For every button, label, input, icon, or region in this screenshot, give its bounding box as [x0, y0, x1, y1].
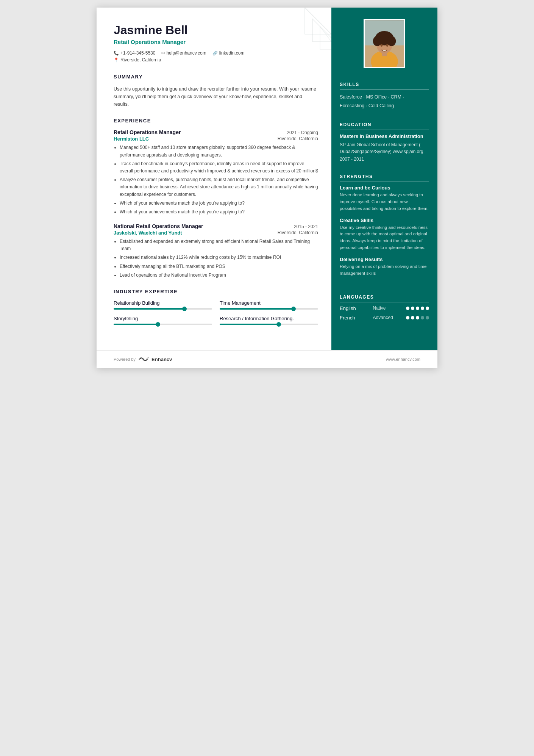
- svg-point-9: [387, 36, 396, 46]
- photo-placeholder: [365, 20, 404, 67]
- strength-desc-2: Relying on a mix of problem-solving and …: [340, 263, 429, 277]
- exp-company-2: Jaskolski, Waelchi and Yundt: [114, 230, 182, 236]
- education-title: EDUCATION: [340, 122, 429, 130]
- svg-point-11: [386, 44, 389, 47]
- experience-item-1: Retail Operations Manager 2021 - Ongoing…: [114, 129, 318, 216]
- profile-photo: [364, 19, 405, 68]
- footer-brand: Powered by Enhancv: [114, 356, 172, 363]
- expertise-grid: Relationship Building Time Management: [114, 300, 318, 325]
- enhancv-logo-icon: [138, 356, 149, 363]
- experience-title: EXPERIENCE: [114, 118, 318, 126]
- exp-role-1: Retail Operations Manager: [114, 129, 181, 135]
- right-column: SKILLS Salesforce · MS Office · CRM · Fo…: [331, 8, 437, 350]
- strength-desc-1: Use my creative thinking and resourceful…: [340, 224, 429, 251]
- progress-fill-0: [114, 308, 184, 310]
- lang-name-0: English: [340, 305, 364, 311]
- exp-bullets-1: Managed 500+ staff and 10 store managers…: [114, 144, 318, 216]
- edu-school: SP Jain Global School of Management ( Du…: [340, 141, 429, 155]
- resume-header: Jasmine Bell Retail Operations Manager 📞…: [114, 23, 318, 63]
- progress-bar-2: [114, 324, 212, 325]
- resume-body: Jasmine Bell Retail Operations Manager 📞…: [97, 8, 437, 350]
- progress-dot-0: [182, 307, 187, 311]
- dot: [426, 316, 429, 319]
- bullet-item: Which of your achievements match the job…: [120, 208, 318, 216]
- svg-marker-2: [320, 27, 331, 49]
- email-contact: ✉ help@enhancv.com: [161, 50, 206, 56]
- summary-section: SUMMARY Use this opportunity to intrigue…: [114, 74, 318, 108]
- svg-rect-12: [382, 52, 387, 56]
- expertise-label-3: Research / Information Gathering.: [220, 316, 318, 321]
- svg-point-8: [373, 36, 382, 46]
- phone-icon: 📞: [114, 51, 119, 56]
- exp-role-2: National Retail Operations Manager: [114, 223, 203, 229]
- experience-item-2: National Retail Operations Manager 2015 …: [114, 223, 318, 279]
- language-item-1: French Advanced: [340, 315, 429, 321]
- bullet-item: Which of your achievements match the job…: [120, 200, 318, 207]
- photo-area: [331, 8, 437, 76]
- candidate-name: Jasmine Bell: [114, 23, 318, 37]
- expertise-label-0: Relationship Building: [114, 300, 212, 306]
- svg-point-10: [381, 44, 383, 47]
- candidate-title: Retail Operations Manager: [114, 39, 318, 45]
- progress-bar-1: [220, 308, 318, 310]
- exp-header-2: National Retail Operations Manager 2015 …: [114, 223, 318, 229]
- bullet-item: Managed 500+ staff and 10 store managers…: [120, 144, 318, 158]
- strength-item-0: Learn and be Curious Never done learning…: [340, 185, 429, 212]
- lang-level-1: Advanced: [373, 315, 398, 320]
- progress-dot-2: [156, 322, 160, 327]
- expertise-item-2: Storytelling: [114, 316, 212, 325]
- exp-date-1: 2021 - Ongoing: [287, 130, 318, 135]
- education-section: EDUCATION Masters in Business Administra…: [331, 116, 437, 168]
- dot: [406, 307, 409, 310]
- strength-desc-0: Never done learning and always seeking t…: [340, 192, 429, 212]
- progress-fill-2: [114, 324, 158, 325]
- dot: [411, 316, 414, 319]
- location-contact: 📍 Riverside, California: [114, 57, 161, 63]
- lang-dots-1: [406, 316, 429, 319]
- progress-dot-3: [276, 322, 281, 327]
- left-column: Jasmine Bell Retail Operations Manager 📞…: [97, 8, 331, 350]
- exp-location-1: Riverside, California: [278, 136, 318, 142]
- brand-name: Enhancv: [151, 357, 172, 362]
- progress-fill-3: [220, 324, 279, 325]
- languages-title: LANGUAGES: [340, 294, 429, 302]
- exp-subheader-2: Jaskolski, Waelchi and Yundt Riverside, …: [114, 230, 318, 236]
- progress-bar-3: [220, 324, 318, 325]
- edu-years: 2007 - 2011: [340, 157, 429, 162]
- footer-url: www.enhancv.com: [386, 357, 420, 362]
- expertise-label-2: Storytelling: [114, 316, 212, 321]
- dot: [411, 307, 414, 310]
- dot: [406, 316, 409, 319]
- expertise-item-3: Research / Information Gathering.: [220, 316, 318, 325]
- powered-by-text: Powered by: [114, 357, 136, 362]
- expertise-label-1: Time Management: [220, 300, 318, 306]
- link-icon: 🔗: [212, 51, 218, 56]
- dot: [416, 307, 419, 310]
- resume-footer: Powered by Enhancv www.enhancv.com: [97, 350, 437, 368]
- skills-text: Salesforce · MS Office · CRM · Forecasti…: [340, 93, 429, 110]
- lang-name-1: French: [340, 315, 364, 321]
- bullet-item: Increased national sales by 112% while r…: [120, 254, 318, 261]
- strength-name-1: Creative Skills: [340, 218, 429, 223]
- expertise-title: INDUSTRY EXPERTISE: [114, 289, 318, 297]
- strengths-section: STRENGTHS Learn and be Curious Never don…: [331, 168, 437, 288]
- expertise-section: INDUSTRY EXPERTISE Relationship Building…: [114, 289, 318, 325]
- exp-company-1: Hermiston LLC: [114, 136, 149, 142]
- contact-line-1: 📞 +1-914-345-5530 ✉ help@enhancv.com 🔗 l…: [114, 50, 318, 56]
- bullet-item: Established and expanded an extremely st…: [120, 238, 318, 252]
- bullet-item: Track and benchmark in-country's perform…: [120, 160, 318, 175]
- edu-degree: Masters in Business Administration: [340, 133, 429, 140]
- strength-item-1: Creative Skills Use my creative thinking…: [340, 218, 429, 251]
- resume-wrapper: Jasmine Bell Retail Operations Manager 📞…: [97, 8, 437, 368]
- strength-name-0: Learn and be Curious: [340, 185, 429, 191]
- strengths-title: STRENGTHS: [340, 174, 429, 182]
- dot: [426, 307, 429, 310]
- expertise-item-0: Relationship Building: [114, 300, 212, 310]
- exp-location-2: Riverside, California: [278, 230, 318, 236]
- email-icon: ✉: [161, 51, 165, 56]
- lang-dots-0: [406, 307, 429, 310]
- contact-line-2: 📍 Riverside, California: [114, 57, 318, 63]
- summary-title: SUMMARY: [114, 74, 318, 82]
- language-item-0: English Native: [340, 305, 429, 311]
- exp-header-1: Retail Operations Manager 2021 - Ongoing: [114, 129, 318, 135]
